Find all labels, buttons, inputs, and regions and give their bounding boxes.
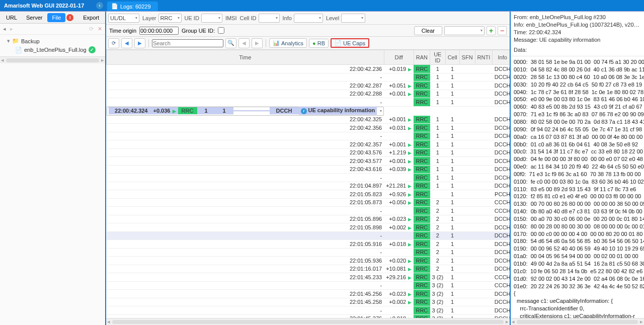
layer-select[interactable]: RRC: [158, 14, 182, 23]
clear-button[interactable]: Clear: [414, 26, 442, 35]
table-row[interactable]: 22:01:04.897+21.281 ▶RRC11DCCHRRC connec…: [107, 182, 510, 190]
title-bar: Amarisoft Web GUI 2022-01-17 ‹ Logs: 602…: [0, 0, 644, 11]
search-input[interactable]: [152, 39, 223, 47]
refresh-button[interactable]: ⟳: [108, 38, 119, 48]
collapse-icon[interactable]: ‹: [96, 2, 103, 9]
table-row[interactable]: -RRC3 (2)1CCCHRRC connection setup: [107, 281, 510, 290]
refresh-icon[interactable]: ⟳: [89, 26, 94, 32]
origin-row: Time origin Group UE ID: Clear + −: [106, 25, 510, 37]
table-row[interactable]: 22:01:05.898+0.002 ▶RRC21DCCHEUTRA band …: [107, 223, 510, 232]
table-row[interactable]: -RRC21DCCHSecurity mode command: [107, 231, 510, 240]
search-prev-button[interactable]: ◀: [238, 38, 250, 48]
add-button[interactable]: +: [487, 26, 496, 35]
analytics-button[interactable]: Analytics: [269, 38, 307, 48]
hex-dump: 0000: 38 01 58 1e be 9a 01 00 00 74 f5 a…: [514, 59, 644, 289]
table-row[interactable]: 22:01:45.233+29.216 ▶RRC3 (2)1CCCHRRC co…: [107, 273, 510, 282]
table-row[interactable]: -RRC11DCCHUE capability enquiry: [107, 73, 510, 82]
ueid-select[interactable]: [201, 14, 222, 23]
table-row[interactable]: 22:00:42.357+0.001 ▶RRC11DCCHDL informat…: [107, 140, 510, 149]
table-row[interactable]: 22:01:05.823+0.926 ▶RRC1PCCHPaging: [107, 190, 510, 199]
log-table: TimeDiffRANUE IDCellSFNRNTIInfoMessage 2…: [106, 50, 510, 318]
document-icon: [111, 3, 118, 10]
prev-button[interactable]: ◀: [121, 38, 132, 48]
detail-info: Info: enb_LteOnePlus_Full.log (10073214B…: [514, 21, 641, 29]
column-header[interactable]: Time: [107, 50, 384, 65]
detail-body[interactable]: 0000: 38 01 58 1e be 9a 01 00 00 74 f5 a…: [511, 56, 644, 318]
group-ueid-label: Group UE ID:: [182, 28, 215, 34]
tree-file-log[interactable]: enb_LteOnePlus_Full.log ✓: [1, 45, 104, 54]
column-header[interactable]: Diff: [384, 50, 414, 65]
log-grid[interactable]: TimeDiffRANUE IDCellSFNRNTIInfoMessage 2…: [106, 50, 510, 318]
search-next-button[interactable]: ▶: [252, 38, 263, 48]
table-row[interactable]: 22:00:42.236+0.019 ▶RRC11DCCHSecurity mo…: [107, 65, 510, 73]
table-row[interactable]: 22:00:42.356+0.031 ▶RRC11DCCHRRC connect…: [107, 124, 510, 132]
group-ueid-checkbox[interactable]: [218, 27, 224, 34]
time-origin-input[interactable]: [139, 27, 179, 35]
chevron-right-icon[interactable]: ▸: [10, 26, 13, 32]
cellid-select[interactable]: [259, 14, 280, 23]
column-header[interactable]: UE ID: [430, 50, 446, 65]
table-row[interactable]: 22:00:43.616+0.039 ▶RRC11DCCHRRC connect…: [107, 165, 510, 174]
server-button[interactable]: Server: [22, 14, 46, 22]
table-row[interactable]: 22:01:45.276+0.018 ▶RRC3 (2)1DCCHSecurit…: [107, 314, 510, 318]
table-row[interactable]: -RRC21DCCHRRC connection reconfiguration: [107, 248, 510, 257]
app-title-bar: Amarisoft Web GUI 2022-01-17 ‹: [0, 0, 106, 11]
remove-button[interactable]: −: [498, 26, 507, 35]
left-pane: URL Server File ! Export ◂ ▸ ⟳ ✕ ▾ Backu…: [0, 12, 106, 325]
column-header[interactable]: RAN: [414, 50, 430, 65]
detail-pane: From: enb_LteOnePlus_Full.log #230 Info:…: [511, 12, 644, 325]
tab-label: Logs: 60229: [120, 4, 151, 10]
tree-folder-backup[interactable]: ▾ Backup: [1, 37, 104, 45]
find-button[interactable]: [225, 38, 236, 48]
table-row[interactable]: 22:01:05.916+0.018 ▶RRC21DCCHSecurity mo…: [107, 240, 510, 249]
table-row[interactable]: -RRC11DCCHUE capability enquiry: [107, 98, 510, 107]
url-button[interactable]: URL: [2, 14, 21, 22]
table-row[interactable]: 22:00:42.287+0.051 ▶RRC11DCCHUE capabili…: [107, 82, 510, 90]
column-header[interactable]: Info: [493, 50, 510, 65]
table-row[interactable]: 22:01:45.258+0.002 ▶RRC3 (2)1DCCHEUTRA b…: [107, 298, 510, 306]
level-label: Level: [326, 15, 339, 21]
level-select[interactable]: [341, 14, 365, 23]
column-header[interactable]: Cell: [445, 50, 459, 65]
table-row[interactable]: -RRC11DCCHUL information transfer: [107, 132, 510, 140]
table-row[interactable]: -RRC11DCCHUL information transfer: [107, 174, 510, 182]
detail-time: Time: 22:00:42.324: [514, 29, 641, 36]
info-select[interactable]: [294, 14, 323, 23]
table-row[interactable]: 22:01:16.017+10.081 ▶RRC21DCCHRRC connec…: [107, 265, 510, 273]
chevron-left-icon[interactable]: ◂: [3, 26, 6, 32]
rb-button[interactable]: ●RB: [309, 39, 329, 48]
table-row[interactable]: 22:01:45.256+0.023 ▶RRC3 (2)1DCCHRRC con…: [107, 290, 510, 298]
file-tree: ▾ Backup enb_LteOnePlus_Full.log ✓: [0, 35, 105, 56]
tree-toolbar: ◂ ▸ ⟳ ✕: [0, 24, 105, 35]
close-icon[interactable]: ✕: [98, 26, 102, 32]
uldl-select[interactable]: UL/DL: [108, 14, 139, 23]
table-row[interactable]: 22:00:43.577+0.001 ▶RRC11DCCHRRC connect…: [107, 157, 510, 166]
table-row[interactable]: 22:00:42.288+0.001 ▶RRC11DCCHEUTRA band …: [107, 90, 510, 98]
detail-message: Message: UE capability information: [514, 36, 641, 44]
info-label: Info: [283, 15, 292, 21]
column-header[interactable]: RNTI: [475, 50, 493, 65]
table-row[interactable]: 22:00:42.325+0.001 ▶RRC11DCCHRRC connect…: [107, 116, 510, 124]
left-hscroll[interactable]: ◂▸: [0, 56, 105, 63]
separator: [148, 39, 149, 47]
alert-icon[interactable]: !: [66, 14, 73, 21]
table-row[interactable]: 22:01:05.873+0.050 ▶RRC21CCCHRRC connect…: [107, 198, 510, 207]
right-hscroll[interactable]: ◂▸: [511, 318, 644, 325]
column-header[interactable]: SFN: [459, 50, 475, 65]
center-hscroll[interactable]: ◂▸: [106, 318, 510, 325]
table-row[interactable]: 22:00:42.324+0.036 ▶RRC11DCCHUE capabili…: [107, 107, 384, 116]
table-row[interactable]: 22:01:05.896+0.023 ▶RRC21DCCHRRC connect…: [107, 215, 510, 223]
next-button[interactable]: ▶: [134, 38, 145, 48]
preset-select[interactable]: [444, 26, 485, 35]
table-row[interactable]: 22:01:05.936+0.020 ▶RRC21DCCHRRC connect…: [107, 257, 510, 265]
document-icon: [335, 40, 342, 46]
table-row[interactable]: 22:00:43.576+1.219 ▶RRC11DCCHUL informat…: [107, 148, 510, 157]
file-button[interactable]: File: [47, 13, 65, 22]
detail-header: From: enb_LteOnePlus_Full.log #230 Info:…: [511, 12, 644, 56]
table-row[interactable]: -RRC21CCCHRRC connection setup: [107, 207, 510, 215]
uecaps-button[interactable]: UE Caps: [331, 38, 369, 48]
tab-logs[interactable]: Logs: 60229: [107, 2, 158, 11]
table-row[interactable]: -RRC3 (2)1DCCHSecurity mode command: [107, 306, 510, 315]
app-title: Amarisoft Web GUI 2022-01-17: [4, 3, 84, 9]
export-button[interactable]: Export: [79, 14, 103, 22]
